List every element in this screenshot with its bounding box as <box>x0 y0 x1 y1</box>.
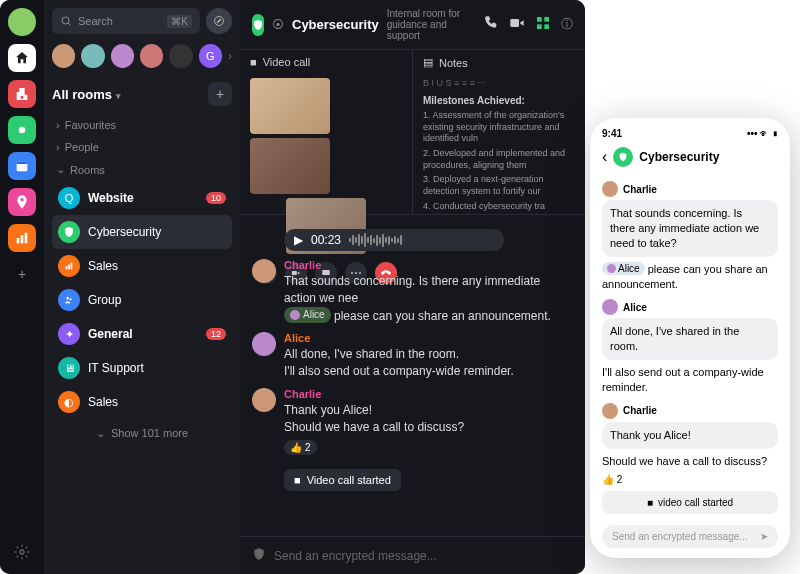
phone-composer[interactable]: Send an encrypted message... ➤ <box>602 525 778 548</box>
spaces-rail: + <box>0 0 44 574</box>
svg-rect-11 <box>68 264 70 269</box>
search-shortcut: ⌘K <box>167 15 192 28</box>
message-author: Alice <box>284 332 573 344</box>
send-icon[interactable]: ➤ <box>760 531 768 542</box>
room-label: IT Support <box>88 361 226 375</box>
audio-time: 00:23 <box>311 233 341 247</box>
reaction-button[interactable]: 👍 2 <box>602 474 778 485</box>
video-participant[interactable] <box>250 78 330 134</box>
room-sidebar: Search ⌘K G › All rooms ▾ + ›Favourites … <box>44 0 240 574</box>
audio-message[interactable]: ▶ 00:23 <box>284 229 504 251</box>
person-avatar[interactable] <box>52 44 75 68</box>
phone-header: ‹ Cybersecurity <box>602 147 778 167</box>
recent-people: G › <box>52 44 232 68</box>
org-space[interactable] <box>8 80 36 108</box>
search-icon <box>60 15 72 27</box>
svg-point-0 <box>19 127 26 134</box>
reaction-button[interactable]: 👍2 <box>284 440 317 455</box>
svg-rect-12 <box>71 263 73 270</box>
person-avatar[interactable] <box>81 44 104 68</box>
play-icon[interactable]: ▶ <box>294 233 303 247</box>
panel-title: Notes <box>439 57 468 69</box>
add-space-button[interactable]: + <box>8 260 36 288</box>
video-icon: ■ <box>294 474 301 486</box>
mobile-app: 9:41 ••• ᯤ ▮ ‹ Cybersecurity Charlie Tha… <box>590 118 790 558</box>
more-people-icon[interactable]: › <box>228 49 232 63</box>
notes-content[interactable]: Milestones Achieved: 1. Assessment of th… <box>413 91 585 214</box>
video-call-icon[interactable] <box>509 15 525 34</box>
avatar[interactable] <box>602 181 618 197</box>
room-item-cybersecurity[interactable]: Cybersecurity <box>52 215 232 249</box>
room-item-website[interactable]: Q Website 10 <box>52 181 232 215</box>
back-button[interactable]: ‹ <box>602 148 607 166</box>
phone-timeline[interactable]: Charlie That sounds concerning. Is there… <box>602 175 778 519</box>
notes-panel: ▤Notes B I U S ≡ ≡ ≡ ⋯ Milestones Achiev… <box>413 50 585 214</box>
voice-call-icon[interactable] <box>483 15 499 34</box>
message: Charlie That sounds concerning. Is there… <box>252 259 573 324</box>
favourites-group[interactable]: ›Favourites <box>52 114 232 136</box>
notes-toolbar[interactable]: B I U S ≡ ≡ ≡ ⋯ <box>413 75 585 91</box>
call-started-event[interactable]: ■Video call started <box>284 469 401 491</box>
people-group[interactable]: ›People <box>52 136 232 158</box>
avatar[interactable] <box>252 259 276 283</box>
person-avatar[interactable] <box>140 44 163 68</box>
section-title[interactable]: All rooms ▾ <box>52 87 121 102</box>
svg-marker-9 <box>217 19 221 23</box>
add-room-button[interactable]: + <box>208 82 232 106</box>
settings-icon[interactable] <box>8 538 36 566</box>
person-avatar[interactable]: G <box>199 44 222 68</box>
notes-icon: ▤ <box>423 56 433 69</box>
room-label: Group <box>88 293 226 307</box>
phone-title[interactable]: Cybersecurity <box>639 150 719 164</box>
room-header-icon <box>252 14 264 36</box>
person-avatar[interactable] <box>111 44 134 68</box>
room-item-group[interactable]: Group <box>52 283 232 317</box>
message-composer[interactable]: Send an encrypted message... <box>240 536 585 574</box>
info-icon[interactable]: ⓘ <box>561 16 573 33</box>
phone-message: Charlie Thank you Alice! Should we have … <box>602 403 778 485</box>
avatar[interactable] <box>252 332 276 356</box>
profile-avatar[interactable] <box>8 8 36 36</box>
show-more-button[interactable]: ⌄ Show 101 more <box>52 419 232 448</box>
video-participant[interactable] <box>250 138 330 194</box>
call-started-event[interactable]: ■video call started <box>602 491 778 514</box>
room-item-general[interactable]: ✦ General 12 <box>52 317 232 351</box>
waveform-icon <box>349 233 402 247</box>
message-timeline[interactable]: ▶ 00:23 Charlie That sounds concerning. … <box>240 215 585 536</box>
mention-pill[interactable]: Alice <box>284 307 331 323</box>
panel-title: Video call <box>263 56 311 68</box>
message-bubble: That sounds concerning. Is there any imm… <box>602 200 778 257</box>
video-panel: ■Video call ⋯ <box>240 50 413 214</box>
avatar[interactable] <box>252 388 276 412</box>
svg-rect-2 <box>17 161 28 164</box>
analytics-space[interactable] <box>8 224 36 252</box>
room-item-it-support[interactable]: 🖥 IT Support <box>52 351 232 385</box>
status-time: 9:41 <box>602 128 622 139</box>
room-item-sales[interactable]: Sales <box>52 249 232 283</box>
phone-message: Alice All done, I've shared in the room.… <box>602 299 778 396</box>
verified-icon: ⦿ <box>272 18 284 32</box>
avatar[interactable] <box>602 403 618 419</box>
svg-point-7 <box>62 17 69 24</box>
green-space[interactable] <box>8 116 36 144</box>
shield-icon <box>58 221 80 243</box>
message-bubble: Thank you Alice! <box>602 422 778 449</box>
apps-icon[interactable] <box>535 15 551 34</box>
room-title: Cybersecurity <box>292 17 379 32</box>
search-input[interactable]: Search ⌘K <box>52 8 200 34</box>
room-item-sales-2[interactable]: ◐ Sales <box>52 385 232 419</box>
phone-message: Charlie That sounds concerning. Is there… <box>602 181 778 293</box>
explore-button[interactable] <box>206 8 232 34</box>
avatar[interactable] <box>602 299 618 315</box>
phone-status-bar: 9:41 ••• ᯤ ▮ <box>602 128 778 139</box>
room-icon <box>613 147 633 167</box>
calendar-space[interactable] <box>8 152 36 180</box>
room-header: ⦿ Cybersecurity Internal room for guidan… <box>240 0 585 50</box>
home-space[interactable] <box>8 44 36 72</box>
chevron-right-icon: › <box>56 141 60 153</box>
person-avatar[interactable] <box>169 44 192 68</box>
mention-pill[interactable]: Alice <box>602 262 645 276</box>
message-bubble: All done, I've shared in the room. <box>602 318 778 360</box>
rooms-group[interactable]: ⌄Rooms <box>52 158 232 181</box>
location-space[interactable] <box>8 188 36 216</box>
